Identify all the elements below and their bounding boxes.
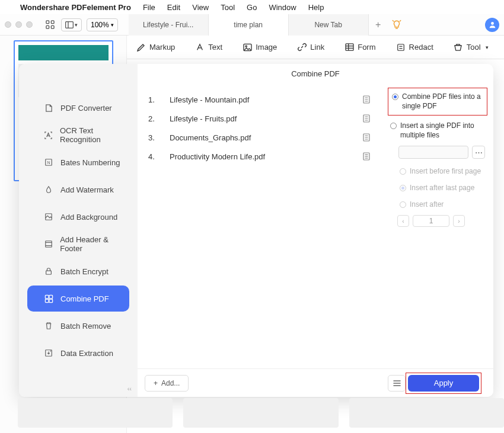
- tips-icon[interactable]: [388, 14, 406, 36]
- combine-options: Combine PDF files into a single PDF Inse…: [384, 83, 493, 368]
- zoom-select[interactable]: 100% ▾: [87, 18, 118, 31]
- svg-rect-2: [46, 25, 49, 28]
- sidebar-data-extraction[interactable]: Data Extraction: [27, 340, 129, 366]
- option-after-page: Insert after: [397, 197, 487, 213]
- window-controls: [5, 21, 33, 28]
- ocr-icon: [44, 130, 53, 140]
- file-list: 1. Lifestyle - Mountain.pdf 2. Lifestyle…: [138, 83, 384, 368]
- page-icon: [363, 95, 374, 104]
- close-window[interactable]: [5, 21, 11, 28]
- encrypt-icon: [44, 267, 53, 276]
- ribbon-link[interactable]: Link: [297, 43, 324, 52]
- text-icon: [195, 43, 205, 52]
- bates-icon: N: [44, 158, 53, 167]
- option-insert-multiple[interactable]: Insert a single PDF into multiple files: [388, 118, 487, 143]
- sidebar-background[interactable]: Add Background: [27, 204, 129, 230]
- file-row[interactable]: 2. Lifestyle - Fruits.pdf: [148, 109, 374, 128]
- ribbon-tool[interactable]: Tool ▾: [454, 43, 489, 52]
- svg-point-8: [491, 22, 494, 25]
- page-icon: [363, 133, 374, 142]
- file-row[interactable]: 1. Lifestyle - Mountain.pdf: [148, 90, 374, 109]
- svg-line-7: [400, 20, 401, 21]
- svg-rect-0: [46, 21, 49, 24]
- menu-bar: Wondershare PDFelement Pro File Edit Vie…: [0, 0, 504, 14]
- minimize-window[interactable]: [15, 21, 22, 28]
- sidebar-encrypt[interactable]: Batch Encrypt: [27, 258, 129, 284]
- menu-go[interactable]: Go: [247, 3, 257, 12]
- panel-view-button[interactable]: ▾: [61, 18, 82, 31]
- ribbon-image[interactable]: Image: [243, 43, 277, 52]
- file-row[interactable]: 4. Productivity Modern Life.pdf: [148, 147, 374, 166]
- file-row[interactable]: 3. Documents_Graphs.pdf: [148, 128, 374, 147]
- sidebar-ocr[interactable]: OCR Text Recognition: [27, 122, 129, 148]
- insert-file-input[interactable]: [398, 146, 468, 159]
- image-icon: [243, 43, 252, 52]
- main-toolbar: ▾ 100% ▾ Lifestyle - Frui... time plan N…: [0, 14, 504, 36]
- sidebar-pdf-converter[interactable]: PDF Converter: [27, 95, 129, 121]
- ribbon-redact[interactable]: Redact: [396, 43, 433, 52]
- header-footer-icon: [44, 239, 53, 249]
- converter-icon: [44, 103, 53, 113]
- radio-insert[interactable]: [390, 123, 397, 129]
- sidebar-combine-pdf[interactable]: Combine PDF: [27, 286, 129, 312]
- zoom-value: 100%: [91, 21, 109, 29]
- page-icon: [363, 152, 374, 161]
- svg-rect-23: [45, 241, 52, 248]
- background-icon: [44, 212, 53, 222]
- radio-combine[interactable]: [392, 94, 398, 100]
- app-name[interactable]: Wondershare PDFelement Pro: [20, 3, 131, 12]
- modal-title: Combine PDF: [138, 64, 493, 83]
- combine-pdf-modal: PDF Converter OCR Text Recognition N Bat…: [19, 64, 493, 397]
- browse-button[interactable]: ⋯: [472, 146, 485, 159]
- collapse-sidebar-icon[interactable]: ‹‹: [127, 385, 132, 392]
- ribbon-markup[interactable]: Markup: [136, 43, 175, 52]
- page-prev[interactable]: ‹: [397, 215, 409, 227]
- sidebar-header-footer[interactable]: Add Header & Footer: [27, 231, 129, 257]
- ribbon-text[interactable]: Text: [195, 43, 222, 52]
- modal-sidebar: PDF Converter OCR Text Recognition N Bat…: [19, 64, 138, 397]
- list-options-button[interactable]: [388, 375, 406, 392]
- tab-time-plan[interactable]: time plan: [209, 14, 289, 36]
- page-stepper: ‹ 1 ›: [397, 215, 487, 227]
- form-icon: [344, 43, 354, 52]
- background-content: [0, 398, 504, 433]
- redact-icon: [396, 43, 406, 52]
- apply-button[interactable]: Apply: [408, 375, 479, 392]
- svg-line-6: [393, 20, 394, 21]
- menu-file[interactable]: File: [143, 3, 155, 12]
- menu-window[interactable]: Window: [269, 3, 296, 12]
- menu-tool[interactable]: Tool: [221, 3, 235, 12]
- svg-rect-26: [46, 271, 52, 274]
- sidebar-watermark[interactable]: Add Watermark: [27, 177, 129, 203]
- tab-lifestyle-fruits[interactable]: Lifestyle - Frui...: [129, 14, 209, 36]
- menu-view[interactable]: View: [192, 3, 209, 12]
- tool-icon: [454, 43, 463, 52]
- sidebar-batch-remove[interactable]: Batch Remove: [27, 313, 129, 339]
- radio-after-page: [400, 201, 406, 208]
- page-next[interactable]: ›: [453, 215, 465, 227]
- svg-rect-3: [51, 25, 54, 28]
- zoom-window[interactable]: [26, 21, 33, 28]
- svg-point-10: [245, 45, 247, 46]
- svg-rect-1: [51, 21, 54, 24]
- option-combine-single[interactable]: Combine PDF files into a single PDF: [388, 88, 487, 116]
- ribbon-form[interactable]: Form: [344, 43, 375, 52]
- markup-icon: [136, 43, 146, 52]
- svg-rect-29: [45, 299, 49, 302]
- option-after-last: Insert after last page: [397, 180, 487, 197]
- document-tabs: Lifestyle - Frui... time plan New Tab +: [129, 14, 480, 36]
- new-tab-button[interactable]: +: [369, 14, 388, 36]
- plus-icon: +: [154, 379, 158, 387]
- link-icon: [297, 43, 307, 52]
- svg-rect-30: [49, 299, 52, 302]
- sidebar-bates[interactable]: N Bates Numbering: [27, 149, 129, 175]
- thumbnails-view-icon[interactable]: [43, 18, 56, 31]
- svg-rect-15: [397, 44, 404, 50]
- menu-edit[interactable]: Edit: [167, 3, 180, 12]
- user-avatar[interactable]: [485, 18, 499, 32]
- menu-help[interactable]: Help: [308, 3, 324, 12]
- tab-new[interactable]: New Tab: [289, 14, 369, 36]
- svg-rect-27: [45, 295, 49, 299]
- page-value[interactable]: 1: [413, 215, 449, 227]
- add-button[interactable]: + Add...: [145, 375, 189, 392]
